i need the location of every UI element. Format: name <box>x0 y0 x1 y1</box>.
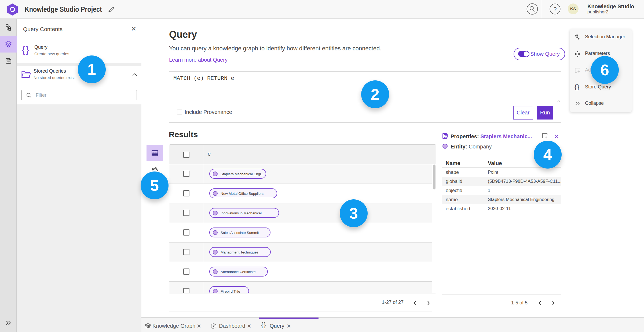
svg-text:?: ? <box>554 6 557 12</box>
